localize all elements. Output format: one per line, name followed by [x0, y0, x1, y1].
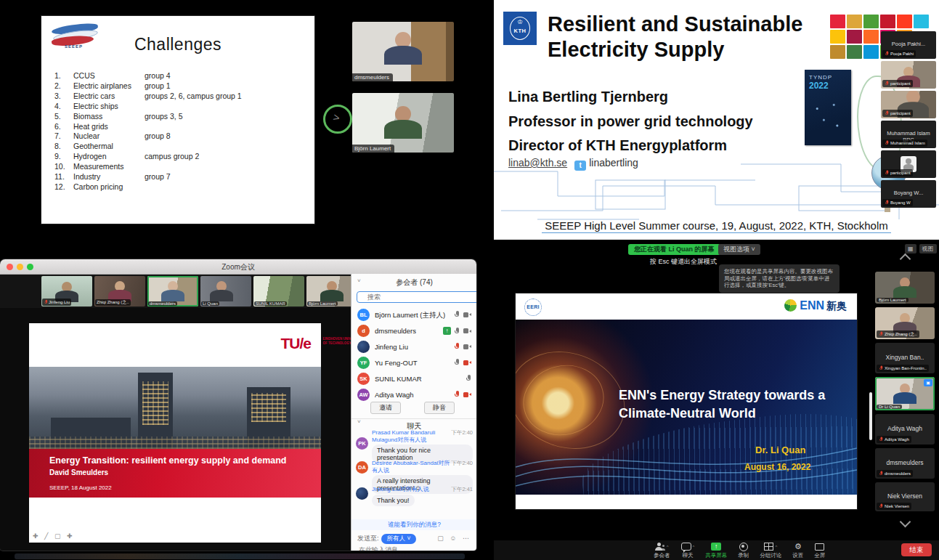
participant-row[interactable]: AW Aditya Wagh — [356, 387, 473, 403]
list-item: 5.Biomassgroups 3, 5 — [54, 112, 309, 122]
video-tile[interactable]: Björn Laumert — [306, 276, 357, 307]
video-tile[interactable]: SUNIL KUMAR — [253, 276, 304, 307]
participant-name-label: Zhiqi Zhang (之.. — [95, 299, 131, 306]
list-item: 1.CCUSgroup 4 — [54, 71, 309, 81]
settings-button[interactable]: ⚙ 设置 — [792, 542, 803, 559]
next-slide-button[interactable]: > — [323, 105, 352, 134]
video-tile[interactable]: Aditya Wagh Aditya Wagh — [875, 414, 935, 445]
arrow-right-icon: > — [332, 110, 341, 124]
list-item: 11.Industrygroup 7 — [54, 172, 309, 182]
camera-off-icon — [463, 360, 471, 365]
participants-button[interactable]: ^ 参会者 — [654, 542, 670, 559]
chat-button[interactable]: ^ 聊天 — [681, 542, 695, 559]
slide-title-band: Energy Transition: resilient energy supp… — [29, 449, 321, 498]
video-tile[interactable]: Muhammad Islam BPC Muhammad Islam — [881, 121, 936, 148]
video-tile[interactable]: Boyang W... Boyang W — [881, 180, 936, 208]
window-titlebar[interactable]: Zoom会议 — [0, 259, 476, 275]
challenges-list: 1.CCUSgroup 4 2.Electric airplanesgroup … — [54, 71, 309, 192]
video-tile[interactable]: Björn Laumert — [875, 272, 935, 304]
mic-icon — [455, 359, 460, 366]
participant-name-label: participant — [882, 110, 913, 117]
video-tile-bjorn-laumert[interactable]: Björn Laumert — [352, 93, 454, 153]
mute-all-button[interactable]: 静音 — [424, 402, 455, 414]
video-tile-active-speaker[interactable]: dmsmeulders — [147, 276, 198, 307]
mic-muted-icon — [885, 141, 889, 146]
video-tile[interactable]: dmsmeulders dmsmeulders — [875, 448, 935, 479]
video-tile[interactable]: Pooja Pakhi... Pooja Pakhi — [881, 31, 936, 59]
shared-slide-enn: EERI ENN新奥 ENN's Energy Strategy towards… — [516, 293, 857, 509]
slide-speaker: David Smeulders — [49, 468, 108, 476]
chat-message-input[interactable] — [357, 545, 469, 551]
send-target-dropdown[interactable]: 所有人 ˅ — [381, 534, 417, 544]
mic-muted-icon — [455, 343, 460, 350]
kth-logo-icon: ♔ KTH — [503, 12, 537, 45]
list-item: 2.Electric airplanesgroup 1 — [54, 81, 309, 92]
participant-strip-bottom-right: Björn Laumert Zhiqi Zhang (之.. Xingyan B… — [875, 253, 935, 529]
video-tile[interactable]: Xingyan Ban.. Xingyan Ban-Frontin.. — [875, 343, 935, 373]
end-meeting-button[interactable]: 结束 — [901, 543, 932, 556]
gear-icon: ⚙ — [794, 543, 802, 551]
participant-row[interactable]: Jinfeng Liu — [356, 339, 473, 355]
mic-muted-icon — [455, 391, 460, 398]
slide-date: SEEEP, 18 August 2022 — [49, 484, 112, 491]
mic-muted-icon — [879, 332, 883, 337]
mic-muted-icon — [885, 52, 889, 57]
record-button[interactable]: 录制 — [738, 542, 749, 559]
watching-screen-badge: 您正在观看 Li Quan 的屏幕 — [628, 244, 720, 255]
avatar — [356, 487, 368, 500]
video-tile[interactable]: Zhiqi Zhang (之.. — [875, 307, 935, 339]
fullscreen-button[interactable]: 全屏 — [814, 542, 825, 559]
list-item: 6.Heat grids — [54, 122, 309, 132]
video-tile[interactable]: participant — [881, 61, 936, 89]
breakout-grid-icon — [764, 543, 773, 551]
invite-button[interactable]: 邀请 — [370, 402, 401, 414]
participant-video — [384, 106, 422, 139]
zoom-meeting-window: Zoom会议 Jinfeng Liu Zhiqi Zhang (之.. dmsm… — [0, 259, 476, 551]
participant-row[interactable]: d dmsmeulders — [356, 323, 473, 339]
chat-message: 下午2:41Jinfeng Liu对所有人说 Thank you! — [356, 486, 473, 506]
participant-row[interactable]: BL Björn Laumert (主持人) — [356, 307, 473, 323]
video-tile-dmsmeulders[interactable]: dmsmeulders — [352, 22, 454, 81]
slide-header: EERI ENN新奥 — [516, 293, 857, 320]
video-tile-active-speaker[interactable]: ▣ Dr Li Quan — [875, 377, 935, 410]
annotation-tools-icons[interactable]: ✚ ╱ ▢ ✚ — [33, 532, 75, 540]
strip-scroll-up-icon[interactable] — [899, 253, 911, 265]
attachment-emoji-more-icons[interactable]: ▢ ☺ ⋯ — [437, 535, 471, 542]
participant-name-label: Jinfeng Liu — [42, 299, 71, 306]
message-visibility-note[interactable]: 谁能看到你的消息? — [351, 519, 476, 530]
participant-name-label: Björn Laumert — [307, 301, 338, 306]
slide-footer: SEEEP High Level Summer course, 19, Augu… — [523, 219, 910, 232]
avatar — [357, 341, 370, 353]
share-screen-icon — [711, 543, 721, 551]
view-tooltip: 您现在观看的是共享屏幕内容。要更改视图布局或退出全屏，请在上方'视图选项'菜单中… — [719, 264, 840, 293]
tue-logo: TU/e EINDHOVEN UNIVERSITY OF TECHNOLOGY — [280, 335, 311, 352]
camera-icon — [463, 328, 471, 334]
participants-chat-panel: ˅ 参会者 (74) ⌕ BL Björn Laumert (主持人) d dm… — [351, 274, 476, 551]
view-options-button[interactable]: 视图选项 ˅ — [718, 244, 760, 255]
video-tile[interactable]: Jinfeng Liu — [41, 276, 92, 307]
avatar: d — [357, 325, 370, 337]
video-tile[interactable]: Zhiqi Zhang (之.. — [94, 276, 145, 307]
search-input[interactable] — [357, 291, 476, 303]
slide-title: Challenges — [41, 35, 314, 54]
video-tile[interactable]: participant — [881, 150, 936, 178]
strip-scroll-down-icon[interactable] — [899, 516, 911, 528]
mic-icon — [466, 375, 471, 382]
strip-scrollbar[interactable] — [869, 392, 872, 440]
video-tile[interactable]: Niek Viersen Niek Viersen — [875, 482, 935, 511]
participant-row[interactable]: SK SUNIL KUMAR — [356, 371, 473, 387]
slide-title: ENN's Energy Strategy towards a Climate-… — [619, 386, 837, 423]
participant-row[interactable]: YF Yu Feng-OUT — [356, 355, 473, 371]
avatar: SK — [357, 373, 370, 385]
video-tile[interactable]: Li Quan — [200, 276, 251, 307]
participant-strip-top-right: Pooja Pakhi... Pooja Pakhi participant p… — [881, 31, 936, 210]
mic-muted-icon — [879, 471, 883, 476]
list-item: 3.Electric carsgroups 2, 6, campus group… — [54, 92, 309, 102]
breakout-rooms-button[interactable]: ^ 分组讨论 — [760, 542, 781, 559]
participant-name-label: participant — [882, 169, 913, 176]
chat-bubble-icon — [681, 543, 691, 551]
list-item: 10.Measurements — [54, 162, 309, 172]
video-tile[interactable]: participant — [881, 91, 936, 118]
share-screen-button[interactable]: 共享屏幕 — [705, 542, 727, 559]
participant-name-label: Boyang W — [882, 199, 913, 206]
